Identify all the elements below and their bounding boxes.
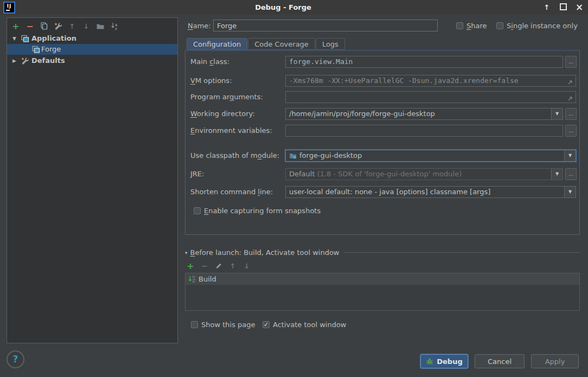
enable-snapshots-row: Enable capturing form snapshots xyxy=(186,205,579,217)
jre-row: JRE: Default (1.8 - SDK of 'forge-gui-de… xyxy=(186,168,579,180)
activate-tool-window-label[interactable]: Activate tool window xyxy=(273,321,346,329)
configuration-tabs: Configuration Code Coverage Logs xyxy=(187,38,346,50)
tree-item-label: Forge xyxy=(41,44,61,55)
defaults-wrench-icon xyxy=(21,56,29,68)
svg-text:01: 01 xyxy=(193,280,196,283)
before-launch-remove-button[interactable]: − xyxy=(200,261,209,270)
before-launch-item-label: Build xyxy=(199,273,216,285)
tree-expand-toggle[interactable]: ▶ xyxy=(12,55,16,66)
main-class-field[interactable]: forge.view.Main xyxy=(285,56,563,68)
environment-variables-row: Environment variables: ... xyxy=(186,125,579,137)
tree-item-label: Application xyxy=(31,33,76,44)
name-label: Name: xyxy=(188,22,211,30)
working-directory-row: Working directory: /home/jamin/proj/forg… xyxy=(186,108,579,120)
before-launch-list: 01 10 01 Build xyxy=(185,273,580,311)
maximize-window-icon[interactable] xyxy=(559,3,567,12)
create-folder-icon[interactable] xyxy=(96,22,105,30)
before-launch-edit-pencil-icon[interactable] xyxy=(214,261,223,270)
before-launch-move-up-button[interactable]: ↑ xyxy=(228,261,237,270)
working-directory-dropdown-icon[interactable]: ▼ xyxy=(551,108,563,119)
main-class-browse-button[interactable]: ... xyxy=(565,56,577,68)
before-launch-title: Before launch: Build, Activate tool wind… xyxy=(190,248,340,257)
cancel-button-label: Cancel xyxy=(488,357,512,366)
apply-button-label: Apply xyxy=(545,357,565,366)
classpath-module-combobox[interactable]: forge-gui-desktop ▼ xyxy=(285,150,576,162)
activate-tool-window-checkbox[interactable]: ✓ xyxy=(263,321,270,328)
classpath-module-label: Use classpath of module: xyxy=(190,150,279,162)
program-arguments-field[interactable] xyxy=(285,91,576,103)
vm-options-field[interactable]: -Xms768m -XX:+UseParallelGC -Dsun.java2d… xyxy=(285,75,576,87)
show-this-page-label[interactable]: Show this page xyxy=(201,321,255,329)
debug-button-label: Debug xyxy=(437,357,462,366)
before-launch-toolbar: + − ↑ ↓ xyxy=(186,261,251,271)
share-label[interactable]: Share xyxy=(466,22,487,30)
enable-snapshots-checkbox[interactable] xyxy=(194,207,201,214)
sort-configurations-icon[interactable]: az xyxy=(110,22,119,30)
section-divider xyxy=(344,252,580,253)
working-directory-browse-button[interactable]: ... xyxy=(565,108,577,120)
configuration-panel: Main class: forge.view.Main ... VM optio… xyxy=(185,50,580,235)
tab-code-coverage[interactable]: Code Coverage xyxy=(248,38,315,50)
apply-button[interactable]: Apply xyxy=(531,354,579,368)
environment-variables-browse-button[interactable]: ... xyxy=(565,125,577,137)
tree-toolbar: + − ↑ ↓ az xyxy=(11,21,119,31)
vm-options-row: VM options: -Xms768m -XX:+UseParallelGC … xyxy=(186,75,579,87)
shorten-command-line-row: Shorten command line: user-local default… xyxy=(186,186,579,198)
window-title: Debug - Forge xyxy=(0,0,566,15)
help-button[interactable]: ? xyxy=(7,350,24,368)
single-instance-label[interactable]: Single instance only xyxy=(507,22,578,30)
before-launch-add-button[interactable]: + xyxy=(186,261,195,270)
move-up-button[interactable]: ↑ xyxy=(68,22,76,30)
expand-field-icon[interactable] xyxy=(567,94,573,103)
before-launch-move-down-button[interactable]: ↓ xyxy=(242,261,251,270)
tree-item-forge[interactable]: Forge xyxy=(7,44,177,55)
environment-variables-field[interactable] xyxy=(285,125,563,137)
working-directory-field[interactable]: /home/jamin/proj/forge/forge-gui-desktop… xyxy=(285,108,563,120)
shorten-command-line-dropdown-icon[interactable]: ▼ xyxy=(564,187,576,197)
main-class-row: Main class: forge.view.Main ... xyxy=(186,56,579,68)
section-collapse-icon[interactable]: ▾ xyxy=(185,250,188,255)
name-input[interactable] xyxy=(213,20,438,31)
run-debug-configurations-dialog: IJ Debug - Forge ↑ × + − ↑ ↓ az xyxy=(0,0,588,377)
edit-defaults-wrench-icon[interactable] xyxy=(54,22,62,30)
move-down-button[interactable]: ↓ xyxy=(82,22,91,30)
shorten-command-line-combobox[interactable]: user-local default: none - java [options… xyxy=(285,186,576,198)
window-controls: ↑ × xyxy=(542,0,584,15)
enable-snapshots-label[interactable]: Enable capturing form snapshots xyxy=(204,207,321,215)
environment-variables-label: Environment variables: xyxy=(190,125,272,137)
before-launch-item-build[interactable]: 01 10 01 Build xyxy=(186,273,579,285)
remove-configuration-button[interactable]: − xyxy=(25,22,34,30)
shade-window-icon[interactable]: ↑ xyxy=(542,3,551,11)
vm-options-label: VM options: xyxy=(190,75,232,87)
cancel-button[interactable]: Cancel xyxy=(475,354,525,368)
share-checkbox[interactable] xyxy=(456,22,463,29)
bug-icon xyxy=(426,357,433,365)
expand-field-icon[interactable] xyxy=(567,78,573,87)
tab-logs[interactable]: Logs xyxy=(316,38,345,50)
jre-dropdown-icon[interactable]: ▼ xyxy=(551,169,563,180)
debug-button[interactable]: Debug xyxy=(420,354,468,368)
build-compile-icon: 01 10 01 xyxy=(188,275,196,284)
configurations-tree: ▼ Application Forge ▶ Defaults xyxy=(7,33,177,66)
program-arguments-label: Program arguments: xyxy=(190,91,263,103)
tree-item-application[interactable]: ▼ Application xyxy=(7,33,177,44)
jre-combobox[interactable]: Default (1.8 - SDK of 'forge-gui-desktop… xyxy=(285,168,563,180)
configurations-tree-panel: + − ↑ ↓ az ▼ Application xyxy=(7,17,178,343)
classpath-module-dropdown-icon[interactable]: ▼ xyxy=(564,150,576,161)
tree-expand-toggle[interactable]: ▼ xyxy=(12,33,16,44)
show-this-page-checkbox[interactable] xyxy=(191,321,198,328)
close-window-icon[interactable]: × xyxy=(575,3,584,12)
classpath-module-row: Use classpath of module: forge-gui-deskt… xyxy=(186,150,579,162)
jre-label: JRE: xyxy=(190,168,204,180)
single-instance-checkbox[interactable] xyxy=(496,22,503,29)
jre-browse-button[interactable]: ... xyxy=(565,168,577,180)
tree-item-defaults[interactable]: ▶ Defaults xyxy=(7,55,177,66)
before-launch-header[interactable]: ▾ Before launch: Build, Activate tool wi… xyxy=(185,248,580,257)
tab-configuration[interactable]: Configuration xyxy=(187,38,247,50)
shorten-command-line-label: Shorten command line: xyxy=(190,186,273,198)
working-directory-label: Working directory: xyxy=(190,108,255,120)
module-icon xyxy=(289,152,297,162)
add-configuration-button[interactable]: + xyxy=(11,22,20,30)
checkmark-icon: ✓ xyxy=(264,321,269,328)
copy-configuration-icon[interactable] xyxy=(40,22,48,30)
